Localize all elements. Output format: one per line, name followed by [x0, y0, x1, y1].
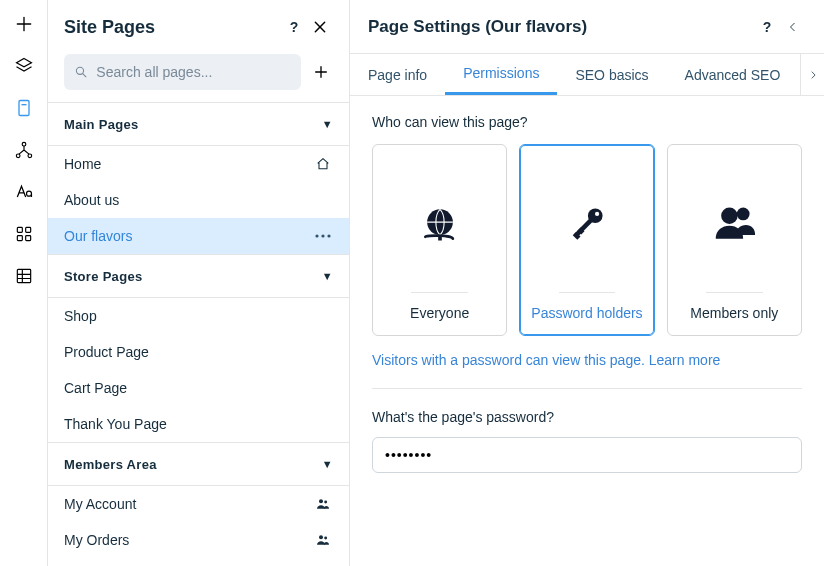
page-item-home[interactable]: Home	[48, 146, 349, 182]
svg-rect-0	[19, 101, 29, 116]
svg-point-17	[324, 537, 327, 540]
members-icon	[313, 496, 333, 512]
help-button[interactable]: ?	[754, 19, 780, 35]
members-large-icon	[710, 202, 758, 246]
tab-advanced-seo[interactable]: Advanced SEO	[667, 54, 799, 95]
svg-rect-19	[438, 235, 442, 241]
page-icon	[14, 98, 34, 118]
svg-rect-9	[17, 269, 30, 282]
option-everyone[interactable]: Everyone	[372, 144, 507, 336]
tab-page-info[interactable]: Page info	[350, 54, 445, 95]
page-label: Cart Page	[64, 380, 333, 396]
text-style-icon	[14, 182, 34, 202]
key-icon	[565, 202, 609, 246]
section-title: Members Area	[64, 457, 322, 472]
page-label: Product Page	[64, 344, 333, 360]
help-button[interactable]: ?	[281, 14, 307, 40]
plus-icon	[313, 64, 329, 80]
section-title: Store Pages	[64, 269, 322, 284]
page-label: Home	[64, 156, 313, 172]
rail-add[interactable]	[0, 14, 48, 34]
svg-point-15	[324, 501, 327, 504]
option-caption: Everyone	[410, 293, 469, 325]
svg-point-14	[319, 499, 323, 503]
search-row	[48, 54, 349, 102]
page-item-shop[interactable]: Shop	[48, 298, 349, 334]
option-password-holders[interactable]: Password holders	[519, 144, 654, 336]
back-button[interactable]	[780, 19, 806, 35]
settings-title: Page Settings (Our flavors)	[368, 17, 754, 37]
page-label: My Account	[64, 496, 313, 512]
page-item-our-flavors[interactable]: Our flavors	[48, 218, 349, 254]
section-main-pages[interactable]: Main Pages ▼	[48, 102, 349, 146]
close-panel-button[interactable]	[307, 14, 333, 40]
svg-rect-6	[25, 227, 30, 232]
rail-pages[interactable]	[0, 98, 48, 118]
question-icon: ?	[763, 19, 772, 35]
svg-rect-8	[25, 236, 30, 241]
data-icon	[14, 266, 34, 286]
search-icon	[74, 64, 88, 80]
option-members-only[interactable]: Members only	[667, 144, 802, 336]
page-label: Our flavors	[64, 228, 313, 244]
site-pages-title: Site Pages	[64, 17, 281, 38]
page-item-my-account[interactable]: My Account	[48, 486, 349, 522]
tab-permissions[interactable]: Permissions	[445, 54, 557, 95]
permission-options: Everyone Password holders	[372, 144, 802, 336]
section-title: Main Pages	[64, 117, 322, 132]
add-page-button[interactable]	[309, 60, 333, 84]
section-store-pages[interactable]: Store Pages ▼	[48, 254, 349, 298]
left-icon-rail	[0, 0, 48, 566]
page-item-cart[interactable]: Cart Page	[48, 370, 349, 406]
site-pages-header: Site Pages ?	[48, 0, 349, 54]
search-input[interactable]	[96, 64, 291, 80]
caret-down-icon: ▼	[322, 118, 333, 130]
svg-point-13	[327, 234, 330, 237]
permissions-question: Who can view this page?	[372, 114, 802, 130]
search-box[interactable]	[64, 54, 301, 90]
plus-icon	[14, 14, 34, 34]
more-icon[interactable]	[313, 234, 333, 238]
page-item-product[interactable]: Product Page	[48, 334, 349, 370]
svg-point-1	[22, 142, 26, 146]
svg-rect-7	[17, 236, 22, 241]
site-pages-panel: Site Pages ? Main Pages ▼ Home About us …	[48, 0, 350, 566]
members-icon	[313, 532, 333, 548]
permission-note: Visitors with a password can view this p…	[372, 352, 802, 368]
rail-site-structure[interactable]	[0, 140, 48, 160]
svg-point-10	[76, 67, 83, 74]
page-label: About us	[64, 192, 333, 208]
rail-text-styles[interactable]	[0, 182, 48, 202]
password-input[interactable]	[372, 437, 802, 473]
caret-down-icon: ▼	[322, 458, 333, 470]
globe-icon	[418, 202, 462, 246]
tabs-scroll-right[interactable]	[800, 54, 824, 95]
svg-point-4	[26, 191, 31, 196]
svg-point-26	[737, 207, 750, 220]
page-item-thankyou[interactable]: Thank You Page	[48, 406, 349, 442]
svg-point-21	[595, 211, 599, 215]
settings-content: Who can view this page? Everyone	[350, 96, 824, 491]
page-label: Shop	[64, 308, 333, 324]
svg-point-12	[321, 234, 324, 237]
hierarchy-icon	[14, 140, 34, 160]
svg-point-11	[315, 234, 318, 237]
svg-point-25	[721, 207, 738, 224]
note-text: Visitors with a password can view this p…	[372, 352, 649, 368]
tab-seo-basics[interactable]: SEO basics	[557, 54, 666, 95]
settings-header: Page Settings (Our flavors) ?	[350, 0, 824, 54]
page-label: My Orders	[64, 532, 313, 548]
option-caption: Members only	[690, 293, 778, 325]
rail-data[interactable]	[0, 266, 48, 286]
chevron-left-icon	[787, 19, 799, 35]
learn-more-link[interactable]: Learn more	[649, 352, 721, 368]
question-icon: ?	[290, 19, 299, 35]
page-item-about[interactable]: About us	[48, 182, 349, 218]
section-members-area[interactable]: Members Area ▼	[48, 442, 349, 486]
apps-icon	[14, 224, 34, 244]
page-label: Thank You Page	[64, 416, 333, 432]
rail-layers[interactable]	[0, 56, 48, 76]
divider	[372, 388, 802, 389]
rail-apps[interactable]	[0, 224, 48, 244]
page-item-my-orders[interactable]: My Orders	[48, 522, 349, 558]
